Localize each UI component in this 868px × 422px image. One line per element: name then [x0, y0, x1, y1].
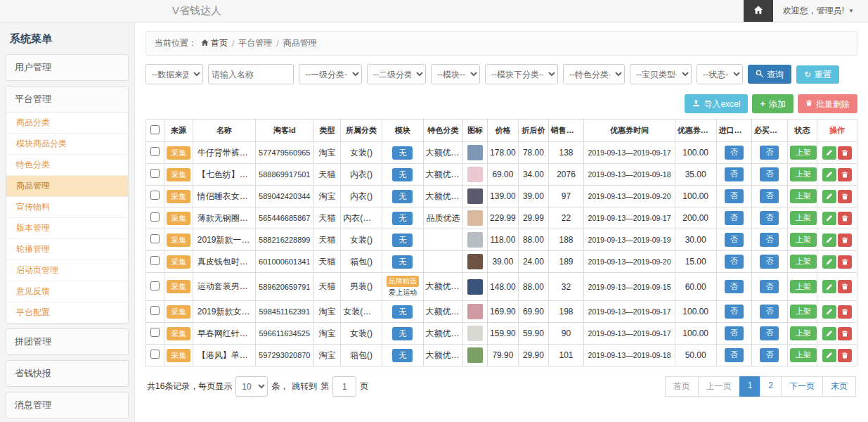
sidebar-subitem-goods-manage[interactable]: 商品管理 [6, 176, 128, 197]
edit-button[interactable] [822, 327, 836, 340]
name-search-input[interactable] [208, 64, 294, 84]
row-checkbox[interactable] [150, 306, 160, 315]
filter-select-level2-category[interactable]: --二级分类-- [367, 64, 426, 84]
sidebar-item-message[interactable]: 消息管理 [6, 392, 128, 418]
delete-button[interactable] [838, 234, 852, 247]
status-button[interactable]: 上架 [790, 326, 817, 340]
must-buy-button[interactable]: 否 [760, 146, 779, 159]
import-select-button[interactable]: 否 [725, 348, 744, 362]
search-button[interactable]: 查询 [748, 65, 791, 84]
filter-select-data-source[interactable]: --数据来源-- [145, 64, 203, 84]
edit-button[interactable] [822, 212, 836, 225]
delete-button[interactable] [838, 349, 852, 362]
filter-select-status[interactable]: --状态-- [697, 64, 743, 84]
import-select-button[interactable]: 否 [725, 189, 744, 203]
sidebar-subitem-promo-material[interactable]: 宣传物料 [6, 197, 128, 218]
edit-button[interactable] [822, 349, 836, 362]
sidebar-subitem-splash-manage[interactable]: 启动页管理 [6, 260, 128, 281]
breadcrumb-home[interactable]: 首页 [201, 37, 228, 49]
status-button[interactable]: 上架 [790, 348, 817, 362]
sidebar-subitem-goods-category[interactable]: 商品分类 [6, 113, 128, 134]
status-button[interactable]: 上架 [790, 167, 817, 181]
must-buy-button[interactable]: 否 [760, 167, 779, 181]
row-checkbox[interactable] [150, 169, 160, 178]
row-checkbox[interactable] [150, 147, 160, 156]
row-checkbox[interactable] [150, 234, 160, 243]
status-button[interactable]: 上架 [790, 305, 817, 318]
status-button[interactable]: 上架 [790, 233, 817, 246]
sidebar-subitem-feedback[interactable]: 意见反馈 [6, 281, 128, 302]
must-buy-button[interactable]: 否 [760, 233, 779, 246]
batch-delete-button[interactable]: 批量删除 [798, 94, 857, 113]
filter-select-item-type[interactable]: --宝贝类型-- [630, 64, 692, 84]
must-buy-button[interactable]: 否 [760, 211, 779, 224]
edit-button[interactable] [822, 280, 836, 293]
filter-select-module-sub-category[interactable]: --模块下分类-- [485, 64, 558, 84]
sidebar-subitem-carousel-manage[interactable]: 轮播管理 [6, 239, 128, 260]
page-prev[interactable]: 上一页 [698, 376, 740, 397]
delete-button[interactable] [838, 305, 852, 319]
row-checkbox[interactable] [150, 256, 160, 265]
delete-button[interactable] [838, 212, 852, 225]
jump-page-input[interactable] [332, 376, 356, 397]
import-select-button[interactable]: 否 [725, 280, 744, 293]
import-select-button[interactable]: 否 [725, 255, 744, 268]
filter-select-module[interactable]: --模块-- [431, 64, 480, 84]
edit-button[interactable] [822, 255, 836, 269]
import-select-button[interactable]: 否 [725, 326, 744, 340]
home-button[interactable] [744, 0, 773, 22]
edit-button[interactable] [822, 305, 836, 319]
delete-button[interactable] [838, 280, 852, 293]
page-next[interactable]: 下一页 [781, 376, 823, 397]
filter-select-level1-category[interactable]: --一级分类-- [299, 64, 362, 84]
must-buy-button[interactable]: 否 [760, 189, 779, 203]
sidebar-item-express[interactable]: 省钱快报 [6, 361, 128, 386]
delete-button[interactable] [838, 255, 852, 269]
import-select-button[interactable]: 否 [725, 167, 744, 181]
sidebar-subitem-module-goods-category[interactable]: 模块商品分类 [6, 134, 128, 155]
status-button[interactable]: 上架 [790, 189, 817, 203]
edit-button[interactable] [822, 190, 836, 203]
import-select-button[interactable]: 否 [725, 305, 744, 318]
sidebar-subitem-feature-category[interactable]: 特色分类 [6, 155, 128, 176]
reset-button[interactable]: ↻ 重置 [796, 65, 839, 84]
edit-button[interactable] [822, 234, 836, 247]
page-page-2[interactable]: 2 [760, 376, 782, 397]
page-page-1[interactable]: 1 [739, 376, 761, 397]
row-checkbox[interactable] [150, 212, 160, 222]
status-button[interactable]: 上架 [790, 211, 817, 224]
delete-button[interactable] [838, 168, 852, 181]
must-buy-button[interactable]: 否 [760, 348, 779, 362]
select-all-checkbox[interactable] [150, 125, 160, 134]
must-buy-button[interactable]: 否 [760, 305, 779, 318]
page-last[interactable]: 末页 [822, 376, 856, 397]
add-button[interactable]: + 添加 [752, 94, 793, 113]
status-button[interactable]: 上架 [790, 280, 817, 293]
page-first[interactable]: 首页 [665, 376, 699, 397]
sidebar-subitem-platform-config[interactable]: 平台配置 [6, 302, 128, 323]
import-excel-button[interactable]: 导入excel [685, 94, 748, 113]
sidebar-item-users[interactable]: 用户管理 [6, 55, 128, 80]
sidebar-item-pintuan[interactable]: 拼团管理 [6, 329, 128, 354]
page-size-select[interactable]: 10 [235, 376, 268, 397]
edit-button[interactable] [822, 146, 836, 160]
status-button[interactable]: 上架 [790, 146, 817, 159]
status-button[interactable]: 上架 [790, 255, 817, 268]
delete-button[interactable] [838, 327, 852, 340]
row-checkbox[interactable] [150, 191, 160, 200]
import-select-button[interactable]: 否 [725, 211, 744, 224]
delete-button[interactable] [838, 146, 852, 160]
row-checkbox[interactable] [150, 328, 160, 337]
row-checkbox[interactable] [150, 350, 160, 359]
edit-button[interactable] [822, 168, 836, 181]
must-buy-button[interactable]: 否 [760, 280, 779, 293]
must-buy-button[interactable]: 否 [760, 326, 779, 340]
row-checkbox[interactable] [150, 281, 160, 290]
import-select-button[interactable]: 否 [725, 146, 744, 159]
sidebar-item-platform[interactable]: 平台管理 [6, 87, 128, 112]
import-select-button[interactable]: 否 [725, 233, 744, 246]
filter-select-feature-category[interactable]: --特色分类-- [563, 64, 625, 84]
sidebar-subitem-version-manage[interactable]: 版本管理 [6, 218, 128, 239]
must-buy-button[interactable]: 否 [760, 255, 779, 268]
user-menu[interactable]: 欢迎您，管理员! ▼ [773, 5, 868, 17]
